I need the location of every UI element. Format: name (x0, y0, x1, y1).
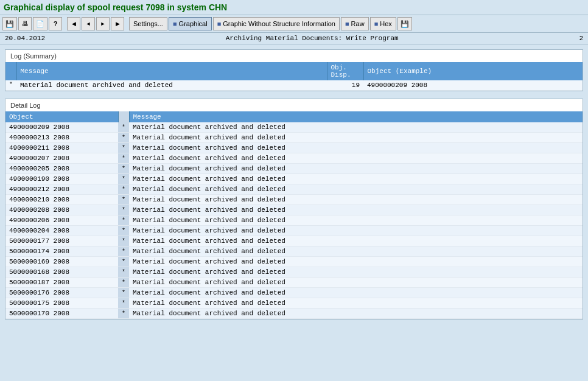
nav-last-button[interactable]: ▶ (111, 17, 124, 30)
detail-row-object: 4900000211 2008 (5, 143, 118, 153)
detail-row-message: Material document archived and deleted (129, 215, 583, 226)
detail-row-sep: * (118, 143, 129, 153)
export-button[interactable]: 💾 (397, 17, 412, 30)
toolbar: 💾 🖶 📄 ? ◀ ◄ ► ▶ Settings... ■ Graphical … (0, 15, 588, 33)
settings-label: Settings... (133, 20, 163, 27)
print-button[interactable]: 🖶 (18, 17, 32, 30)
status-page: 2 (579, 35, 583, 42)
nav-next-icon: ► (100, 21, 106, 27)
detail-row-message: Material document archived and deleted (129, 143, 583, 153)
detail-row-message: Material document archived and deleted (129, 195, 583, 205)
detail-row-sep: * (118, 195, 129, 205)
list-item: 5000000176 2008 * Material document arch… (5, 288, 583, 298)
list-item: 4900000211 2008 * Material document arch… (5, 143, 583, 153)
export-icon: 💾 (401, 20, 409, 28)
nav-first-button[interactable]: ◀ (67, 17, 80, 30)
detail-row-sep: * (118, 215, 129, 226)
detail-row-sep: * (118, 257, 129, 267)
graphic-no-struct-label: Graphic Without Structure Information (223, 20, 335, 27)
save-icon: 💾 (5, 20, 14, 28)
detail-row-object: 4900000212 2008 (5, 184, 118, 195)
detail-row-sep: * (118, 298, 129, 309)
summary-header-row: Message Obj. Disp. Object (Example) (5, 62, 583, 80)
detail-row-object: 5000000177 2008 (5, 236, 118, 246)
list-item: 4900000205 2008 * Material document arch… (5, 164, 583, 174)
detail-row-sep: * (118, 309, 129, 319)
detail-row-sep: * (118, 288, 129, 298)
detail-row-sep: * (118, 174, 129, 184)
detail-row-message: Material document archived and deleted (129, 164, 583, 174)
list-item: 5000000168 2008 * Material document arch… (5, 267, 583, 278)
detail-row-object: 5000000170 2008 (5, 309, 118, 319)
title-bar: Graphical display of spool request 7098 … (0, 0, 588, 15)
detail-row-sep: * (118, 153, 129, 164)
graphical-label: Graphical (179, 20, 208, 27)
list-item: 5000000174 2008 * Material document arch… (5, 246, 583, 257)
print2-icon: 📄 (36, 20, 44, 28)
detail-row-sep: * (118, 236, 129, 246)
help-button[interactable]: ? (49, 17, 62, 30)
nav-last-icon: ▶ (116, 21, 120, 27)
hex-button[interactable]: ■ Hex (370, 17, 396, 30)
detail-row-object: 5000000169 2008 (5, 257, 118, 267)
print-icon: 🖶 (22, 20, 29, 27)
help-icon: ? (54, 20, 58, 27)
detail-row-message: Material document archived and deleted (129, 122, 583, 133)
row-message: Material document archived and deleted (16, 80, 327, 91)
summary-body: * Material document archived and deleted… (5, 80, 583, 91)
nav-first-icon: ◀ (72, 21, 76, 27)
save-button[interactable]: 💾 (2, 17, 17, 30)
summary-label: Log (Summary) (5, 50, 583, 62)
summary-section: Log (Summary) Message Obj. Disp. Object … (5, 49, 583, 91)
nav-prev-button[interactable]: ◄ (82, 17, 95, 30)
list-item: 5000000170 2008 * Material document arch… (5, 309, 583, 319)
list-item: 4900000210 2008 * Material document arch… (5, 195, 583, 205)
detail-row-message: Material document archived and deleted (129, 246, 583, 257)
detail-row-sep: * (118, 278, 129, 288)
list-item: 4900000207 2008 * Material document arch… (5, 153, 583, 164)
detail-row-message: Material document archived and deleted (129, 309, 583, 319)
list-item: 4900000190 2008 * Material document arch… (5, 174, 583, 184)
graphical-button[interactable]: ■ Graphical (169, 17, 212, 30)
detail-row-message: Material document archived and deleted (129, 174, 583, 184)
print2-button[interactable]: 📄 (33, 17, 47, 30)
list-item: 4900000204 2008 * Material document arch… (5, 226, 583, 236)
list-item: 5000000169 2008 * Material document arch… (5, 257, 583, 267)
hex-label: Hex (380, 20, 392, 27)
detail-row-message: Material document archived and deleted (129, 133, 583, 143)
graphic-no-struct-button[interactable]: ■ Graphic Without Structure Information (213, 17, 340, 30)
detail-row-message: Material document archived and deleted (129, 184, 583, 195)
row-marker: * (5, 80, 16, 91)
detail-row-sep: * (118, 246, 129, 257)
detail-row-object: 4900000208 2008 (5, 205, 118, 215)
detail-row-object: 5000000176 2008 (5, 288, 118, 298)
detail-col-object: Object (5, 111, 118, 122)
settings-button[interactable]: Settings... (129, 17, 167, 30)
graphical-icon: ■ (173, 20, 177, 27)
detail-row-sep: * (118, 226, 129, 236)
detail-row-sep: * (118, 133, 129, 143)
main-content: Log (Summary) Message Obj. Disp. Object … (0, 44, 588, 377)
detail-row-message: Material document archived and deleted (129, 226, 583, 236)
detail-header-row: Object Message (5, 111, 583, 122)
list-item: 4900000209 2008 * Material document arch… (5, 122, 583, 133)
detail-row-object: 4900000206 2008 (5, 215, 118, 226)
summary-col-obj-disp: Obj. Disp. (327, 62, 363, 80)
detail-row-sep: * (118, 164, 129, 174)
detail-body: 4900000209 2008 * Material document arch… (5, 122, 583, 319)
list-item: 4900000213 2008 * Material document arch… (5, 133, 583, 143)
list-item: 4900000206 2008 * Material document arch… (5, 215, 583, 226)
raw-icon: ■ (345, 20, 349, 27)
summary-col-message: Message (16, 62, 327, 80)
nav-next-button[interactable]: ► (96, 17, 110, 30)
detail-row-sep: * (118, 122, 129, 133)
detail-row-object: 4900000213 2008 (5, 133, 118, 143)
list-item: 5000000175 2008 * Material document arch… (5, 298, 583, 309)
raw-button[interactable]: ■ Raw (341, 17, 369, 30)
list-item: 5000000177 2008 * Material document arch… (5, 236, 583, 246)
raw-label: Raw (351, 20, 365, 27)
detail-row-sep: * (118, 205, 129, 215)
detail-row-message: Material document archived and deleted (129, 205, 583, 215)
detail-row-object: 5000000168 2008 (5, 267, 118, 278)
detail-row-message: Material document archived and deleted (129, 257, 583, 267)
